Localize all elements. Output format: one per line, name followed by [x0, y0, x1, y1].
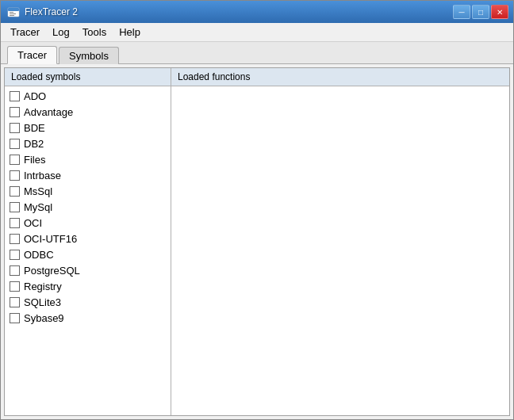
checkbox-files[interactable] — [10, 155, 20, 165]
list-item[interactable]: PostgreSQL — [5, 262, 171, 278]
checkbox-ado[interactable] — [10, 91, 20, 101]
tab-symbols[interactable]: Symbols — [59, 47, 119, 64]
functions-list — [171, 86, 509, 415]
checkbox-intrbase[interactable] — [10, 170, 20, 181]
title-bar-left: FlexTracer 2 — [7, 6, 78, 18]
list-item[interactable]: Intrbase — [5, 167, 171, 183]
menu-bar: Tracer Log Tools Help — [1, 23, 513, 42]
checkbox-oci-utf16[interactable] — [10, 234, 20, 244]
title-bar: FlexTracer 2 ─ □ ✕ — [1, 1, 513, 23]
symbol-label-ado: ADO — [24, 90, 46, 102]
list-item[interactable]: Advantage — [5, 104, 171, 120]
symbol-label-oci-utf16: OCI-UTF16 — [24, 233, 77, 245]
menu-tracer[interactable]: Tracer — [4, 25, 46, 40]
list-item[interactable]: OCI — [5, 215, 171, 231]
symbol-label-oci: OCI — [24, 217, 42, 229]
checkbox-mysql[interactable] — [10, 202, 20, 212]
checkbox-postgresql[interactable] — [10, 265, 20, 276]
symbol-label-mysql: MySql — [24, 201, 52, 213]
symbol-label-mssql: MsSql — [24, 185, 52, 197]
symbol-label-registry: Registry — [24, 281, 62, 292]
symbol-label-bde: BDE — [24, 122, 45, 134]
list-item[interactable]: Registry — [5, 278, 171, 294]
svg-rect-2 — [10, 12, 13, 13]
tab-tracer[interactable]: Tracer — [7, 46, 57, 64]
title-text: FlexTracer 2 — [25, 6, 78, 17]
symbol-label-files: Files — [24, 154, 45, 166]
list-item[interactable]: ODBC — [5, 246, 171, 262]
checkbox-odbc[interactable] — [10, 250, 20, 260]
list-item[interactable]: Files — [5, 151, 171, 167]
list-item[interactable]: MsSql — [5, 183, 171, 199]
list-item[interactable]: Sybase9 — [5, 310, 171, 326]
svg-rect-3 — [10, 13, 16, 14]
checkbox-advantage[interactable] — [10, 107, 20, 117]
symbol-label-sybase9: Sybase9 — [24, 312, 64, 324]
menu-help[interactable]: Help — [113, 25, 147, 40]
main-content: Loaded symbols ADO Advantage BDE — [1, 64, 513, 419]
tab-bar: Tracer Symbols — [1, 42, 513, 64]
title-bar-buttons: ─ □ ✕ — [453, 5, 508, 19]
minimize-button[interactable]: ─ — [453, 5, 470, 19]
checkbox-sybase9[interactable] — [10, 313, 20, 323]
menu-log[interactable]: Log — [46, 25, 76, 40]
symbols-list: ADO Advantage BDE DB2 — [5, 86, 171, 415]
main-window: FlexTracer 2 ─ □ ✕ Tracer Log Tools Help… — [0, 0, 514, 420]
checkbox-bde[interactable] — [10, 123, 20, 133]
loaded-functions-header: Loaded functions — [171, 68, 509, 86]
checkbox-db2[interactable] — [10, 139, 20, 149]
symbol-label-odbc: ODBC — [24, 249, 54, 261]
list-item[interactable]: DB2 — [5, 136, 171, 151]
left-panel: Loaded symbols ADO Advantage BDE — [5, 68, 171, 415]
svg-rect-1 — [8, 8, 19, 11]
list-item[interactable]: OCI-UTF16 — [5, 231, 171, 246]
loaded-symbols-header: Loaded symbols — [5, 68, 171, 86]
panels-container: Loaded symbols ADO Advantage BDE — [4, 67, 510, 416]
right-panel: Loaded functions — [171, 68, 509, 415]
symbol-label-sqlite3: SQLite3 — [24, 296, 61, 308]
menu-tools[interactable]: Tools — [76, 25, 113, 40]
svg-rect-4 — [10, 15, 14, 16]
app-icon — [7, 6, 20, 18]
list-item[interactable]: ADO — [5, 88, 171, 104]
checkbox-mssql[interactable] — [10, 186, 20, 197]
symbol-label-intrbase: Intrbase — [24, 170, 61, 181]
list-item[interactable]: BDE — [5, 120, 171, 136]
checkbox-registry[interactable] — [10, 281, 20, 292]
list-item[interactable]: MySql — [5, 199, 171, 215]
symbol-label-postgresql: PostgreSQL — [24, 265, 80, 277]
checkbox-oci[interactable] — [10, 218, 20, 228]
symbol-label-db2: DB2 — [24, 138, 44, 150]
checkbox-sqlite3[interactable] — [10, 297, 20, 307]
symbol-label-advantage: Advantage — [24, 106, 73, 118]
close-button[interactable]: ✕ — [491, 5, 508, 19]
list-item[interactable]: SQLite3 — [5, 294, 171, 310]
restore-button[interactable]: □ — [472, 5, 489, 19]
